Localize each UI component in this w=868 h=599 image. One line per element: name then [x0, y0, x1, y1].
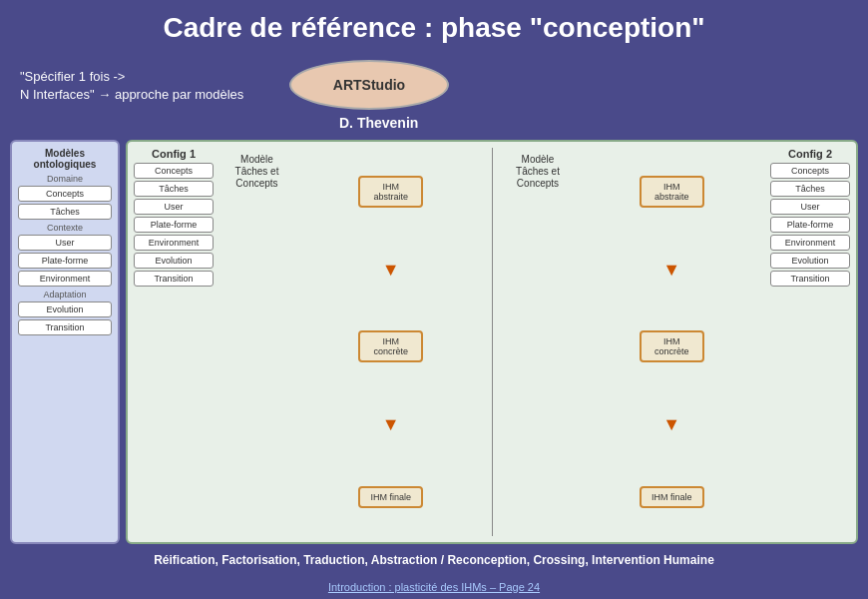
ihm-abstraite-1: IHM abstraite: [358, 176, 423, 208]
ihm-abstraite-2: IHM abstraite: [640, 176, 704, 208]
ont-user: User: [18, 235, 112, 251]
config2-environment: Environment: [770, 235, 850, 251]
arrow-abstraite-1: ▼: [382, 261, 400, 279]
ont-transition: Transition: [18, 319, 112, 335]
config1-plateforme: Plate-forme: [134, 217, 214, 233]
artstudio-label: ARTStudio: [289, 60, 449, 110]
ihm-concrete-2: IHM concrète: [640, 330, 704, 362]
ihm-finale-2: IHM finale: [640, 486, 704, 508]
ont-taches: Tâches: [18, 204, 112, 220]
arrow-concrete-1: ▼: [382, 415, 400, 433]
ont-plateforme: Plate-forme: [18, 253, 112, 269]
config-area: Config 1 Concepts Tâches User Plate-form…: [126, 140, 858, 544]
model-taches-label-1: ModèleTâches etConcepts: [235, 154, 279, 190]
config1-title: Config 1: [134, 148, 214, 160]
config1-environment: Environment: [134, 235, 214, 251]
config2-plateforme: Plate-forme: [770, 217, 850, 233]
model-taches-2: ModèleTâches etConcepts: [501, 148, 576, 536]
config1-taches: Tâches: [134, 181, 214, 197]
subtitle: "Spécifier 1 fois -> N Interfaces" → app…: [20, 68, 243, 104]
adaptation-label: Adaptation: [18, 290, 112, 300]
ont-environment: Environment: [18, 271, 112, 287]
ihm-concrete-1: IHM concrète: [358, 330, 423, 362]
footer-text: Introduction : plasticité des IHMs – Pag…: [0, 581, 868, 593]
contexte-label: Contexte: [18, 223, 112, 233]
middle-section-2: ModèleTâches etConcepts IHM abstraite ▼ …: [501, 148, 765, 536]
arrow-concrete-2: ▼: [662, 415, 680, 433]
main-title: Cadre de référence : phase "conception": [0, 0, 868, 52]
model-taches-label-2: ModèleTâches etConcepts: [516, 154, 560, 190]
config2-concepts: Concepts: [770, 163, 850, 179]
config1-evolution: Evolution: [134, 253, 214, 269]
thevenin-label: D. Thevenin: [339, 115, 418, 131]
config1-panel: Config 1 Concepts Tâches User Plate-form…: [134, 148, 214, 536]
ontological-title: Modèles ontologiques: [18, 148, 112, 170]
bottom-text: Réification, Factorisation, Traduction, …: [0, 549, 868, 571]
ont-evolution: Evolution: [18, 301, 112, 317]
ihm-section-1: IHM abstraite ▼ IHM concrète ▼ IHM final…: [298, 148, 484, 536]
content-area: Modèles ontologiques Domaine Concepts Tâ…: [10, 140, 858, 544]
config1-concepts: Concepts: [134, 163, 214, 179]
ihm-section-2: IHM abstraite ▼ IHM concrète ▼ IHM final…: [580, 148, 765, 536]
config2-evolution: Evolution: [770, 253, 850, 269]
config2-panel: Config 2 Concepts Tâches User Plate-form…: [770, 148, 850, 536]
config1-transition: Transition: [134, 271, 214, 287]
config1-user: User: [134, 199, 214, 215]
config2-taches: Tâches: [770, 181, 850, 197]
ihm-finale-1: IHM finale: [358, 486, 423, 508]
middle-section-1: ModèleTâches etConcepts IHM abstraite ▼ …: [219, 148, 484, 536]
arrow-abstraite-2: ▼: [662, 261, 680, 279]
ont-concepts: Concepts: [18, 186, 112, 202]
model-taches-1: ModèleTâches etConcepts: [219, 148, 294, 536]
domaine-label: Domaine: [18, 174, 112, 184]
ontological-panel: Modèles ontologiques Domaine Concepts Tâ…: [10, 140, 120, 544]
config2-user: User: [770, 199, 850, 215]
config2-transition: Transition: [770, 271, 850, 287]
config2-title: Config 2: [770, 148, 850, 160]
divider-center: [492, 148, 493, 536]
